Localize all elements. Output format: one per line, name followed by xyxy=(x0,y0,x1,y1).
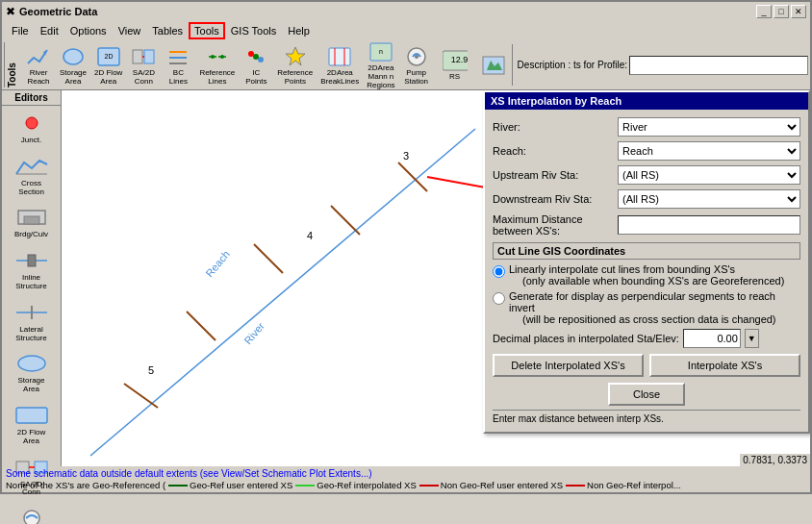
description-label: Description : ts for Profile: xyxy=(518,60,627,70)
tool-2d-breaklines[interactable]: 2DAreaBreakLines xyxy=(317,42,363,87)
tool-ic-points[interactable]: ICPoints xyxy=(239,42,273,87)
close-button[interactable]: ✕ xyxy=(791,5,806,18)
river-select[interactable]: River xyxy=(618,117,800,137)
svg-text:Reach: Reach xyxy=(203,248,232,279)
tool-label-bc-lines: BCLines xyxy=(169,69,188,87)
tool-bc-lines[interactable]: BCLines xyxy=(161,42,195,87)
editor-inline-structure[interactable]: InlineStructure xyxy=(2,243,61,295)
decimal-input[interactable] xyxy=(683,329,741,348)
svg-line-45 xyxy=(187,312,216,340)
tool-storage-area[interactable]: StorageArea xyxy=(56,42,90,87)
menu-edit[interactable]: Edit xyxy=(35,24,64,37)
description-input[interactable] xyxy=(629,56,808,75)
reach-select[interactable]: Reach xyxy=(618,141,800,161)
downstream-select[interactable]: (All RS) xyxy=(618,189,800,209)
decimal-spin-button[interactable]: ▼ xyxy=(745,329,759,348)
svg-point-1 xyxy=(63,49,83,64)
svg-rect-37 xyxy=(16,408,47,423)
svg-line-47 xyxy=(331,206,360,235)
svg-point-23 xyxy=(415,55,419,59)
dialog-hint: Enter max distance between interp XSs. xyxy=(493,410,800,424)
radio-generate-perpendicular[interactable] xyxy=(493,292,505,305)
editor-pump-station2[interactable]: PumpStation xyxy=(2,501,61,524)
maximize-button[interactable]: □ xyxy=(774,5,789,18)
legend-geo-ref-interp: Geo-Ref interpolated XS xyxy=(317,480,417,490)
ic-points-icon xyxy=(243,44,268,69)
tool-rs[interactable]: 12.99 RS xyxy=(434,42,476,87)
menu-tools[interactable]: Tools xyxy=(189,22,225,39)
radio-linearly-interpolate[interactable] xyxy=(493,265,505,278)
svg-rect-17 xyxy=(329,48,350,65)
menu-options[interactable]: Options xyxy=(64,24,113,37)
editor-lateral-structure[interactable]: LateralStructure xyxy=(2,295,61,347)
menu-tables[interactable]: Tables xyxy=(146,24,189,37)
tool-sa2d-conn[interactable]: SA/2DConn xyxy=(126,42,161,87)
max-distance-input[interactable] xyxy=(618,215,800,235)
svg-text:3: 3 xyxy=(403,150,409,162)
interpolate-xs-button[interactable]: Interpolate XS's xyxy=(649,354,800,377)
menu-file[interactable]: File xyxy=(6,24,35,37)
editor-cross-section[interactable]: CrossSection xyxy=(2,149,61,201)
editor-junct[interactable]: Junct. xyxy=(2,106,61,149)
editor-2d-flow-area2[interactable]: 2D FlowArea xyxy=(2,398,61,450)
xs-interpolation-dialog: XS Interpolation by Reach River: River R… xyxy=(483,90,810,434)
pump-station2-icon xyxy=(14,505,49,524)
tool-2d-mann-n[interactable]: n 2DAreaMann nRegions xyxy=(363,42,398,87)
toolbar: Tools RiverReach StorageArea 2D 2D FlowA… xyxy=(0,40,812,90)
minimize-button[interactable]: _ xyxy=(756,5,772,18)
close-button-row: Close xyxy=(493,383,800,406)
2d-flow-area-icon: 2D xyxy=(96,44,121,69)
tool-river-reach[interactable]: RiverReach xyxy=(21,42,56,87)
menu-bar: File Edit Options View Tables Tools GIS … xyxy=(0,21,812,40)
canvas-area: Reach River 5 4 3 XS Interpolation by Re… xyxy=(62,90,810,466)
tool-reference-lines[interactable]: ReferenceLines xyxy=(195,42,239,87)
delete-interpolated-button[interactable]: Delete Interpolated XS's xyxy=(493,354,644,377)
rs-icon: 12.99 xyxy=(443,48,468,73)
editor-brdg-culv[interactable]: Brdg/Culv xyxy=(2,200,61,243)
editor-storage-area2[interactable]: StorageArea xyxy=(2,346,61,398)
2d-mann-n-icon: n xyxy=(368,39,393,64)
svg-rect-31 xyxy=(24,216,39,224)
cross-section-icon xyxy=(14,153,49,180)
menu-view[interactable]: View xyxy=(113,24,147,37)
upstream-field-label: Upstream Riv Sta: xyxy=(493,169,618,181)
coordinates-display: 0.7831, 0.3373 xyxy=(740,454,810,466)
tool-label-storage-area: StorageArea xyxy=(60,69,87,87)
editor-label-storage-area2: StorageArea xyxy=(17,377,44,394)
tool-label-rs: RS xyxy=(449,73,460,82)
tool-map[interactable] xyxy=(476,42,511,87)
dialog-title-text: XS Interpolation by Reach xyxy=(491,95,622,107)
lateral-structure-icon xyxy=(14,299,49,326)
status-text-2: None of the XS's are Geo-Referenced ( xyxy=(6,480,165,490)
svg-point-12 xyxy=(220,55,224,59)
toolbar-label: Tools xyxy=(4,42,19,87)
river-reach-icon xyxy=(26,44,51,69)
close-dialog-button[interactable]: Close xyxy=(608,383,685,406)
svg-line-44 xyxy=(124,384,158,408)
tool-label-sa2d-conn: SA/2DConn xyxy=(133,69,155,87)
menu-gis-tools[interactable]: GIS Tools xyxy=(225,24,283,37)
max-distance-label: Maximum Distance between XS's: xyxy=(493,213,618,237)
menu-help[interactable]: Help xyxy=(282,24,316,37)
editor-label-cross-section: CrossSection xyxy=(18,180,44,197)
dialog-title-bar: XS Interpolation by Reach xyxy=(485,92,808,110)
svg-point-13 xyxy=(248,51,254,57)
tool-2d-flow-area[interactable]: 2D 2D FlowArea xyxy=(90,42,126,87)
editor-label-2d-flow-area2: 2D FlowArea xyxy=(17,429,45,446)
storage-area-icon xyxy=(61,44,86,69)
svg-rect-4 xyxy=(133,50,142,63)
tool-label-2d-breaklines: 2DAreaBreakLines xyxy=(320,69,359,87)
tool-pump-station[interactable]: PumpStation xyxy=(399,42,434,87)
tool-reference-points[interactable]: ReferencePoints xyxy=(273,42,317,87)
app-icon: ✖ xyxy=(6,5,15,18)
junct-icon xyxy=(14,110,49,137)
upstream-select[interactable]: (All RS) xyxy=(618,165,800,185)
status-line1: Some schematic data outside default exte… xyxy=(6,468,806,479)
editor-label-lateral-structure: LateralStructure xyxy=(15,326,46,343)
tool-label-2d-flow-area: 2D FlowArea xyxy=(94,69,122,87)
svg-point-28 xyxy=(26,117,38,129)
radio-group: Linearly interpolate cut lines from boun… xyxy=(493,263,800,325)
svg-line-46 xyxy=(254,244,283,273)
storage-area2-icon xyxy=(14,350,49,377)
svg-text:n: n xyxy=(379,48,383,55)
